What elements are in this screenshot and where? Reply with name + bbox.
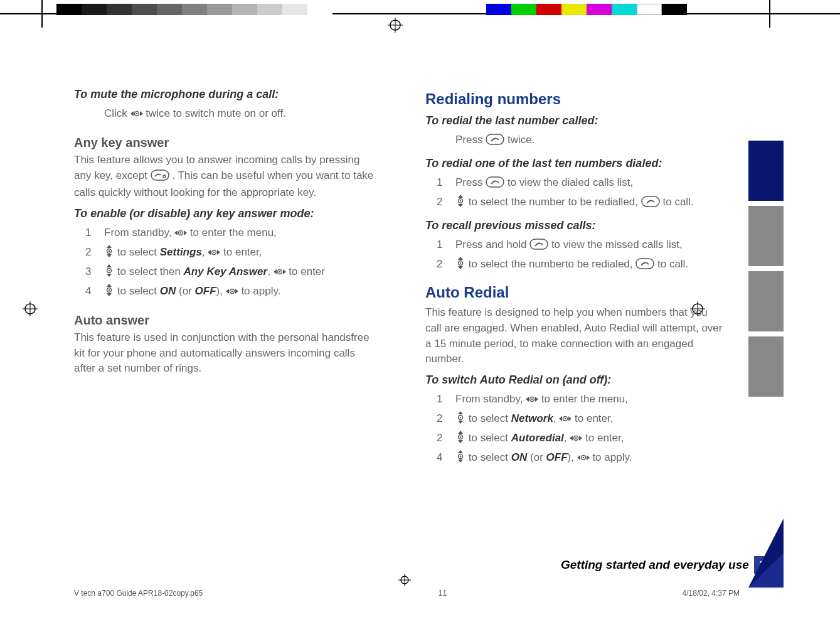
redial-section-heading: Redialing numbers [425, 90, 726, 108]
svg-marker-37 [283, 269, 286, 274]
list-item: 2 to select Network, to enter, [425, 410, 726, 429]
anykey-heading: Any key answer [74, 136, 375, 150]
svg-marker-75 [570, 436, 573, 441]
autoanswer-heading: Auto answer [74, 313, 375, 328]
svg-marker-71 [458, 431, 463, 434]
list-item: 4 to select ON (or OFF), to apply. [425, 449, 726, 468]
svg-point-77 [575, 438, 577, 439]
nav-ud-icon [104, 264, 114, 282]
registration-mark-icon [388, 18, 403, 35]
text: to view the dialed calls list, [508, 176, 633, 188]
text: to apply. [592, 451, 632, 463]
call-key-icon [529, 238, 548, 255]
svg-marker-41 [107, 293, 112, 296]
nav-ud-icon [104, 284, 114, 302]
svg-marker-30 [107, 264, 112, 267]
nav-lr-icon [208, 245, 220, 263]
missed-heading: To recall previous missed calls: [425, 219, 726, 232]
svg-rect-46 [486, 134, 504, 144]
svg-marker-57 [458, 266, 463, 269]
text: ON [160, 285, 176, 297]
nav-ud-icon [455, 257, 465, 275]
list-item: 1 Press and hold to view the missed call… [425, 236, 726, 255]
meta-page: 11 [439, 589, 447, 598]
text: to select the number to be redialled, [469, 196, 638, 208]
autoanswer-body: This feature is used in conjunction with… [74, 330, 375, 377]
crop-rule-vertical-right [769, 0, 770, 28]
autoredial-section-heading: Auto Redial [425, 284, 726, 301]
text: to enter, [575, 412, 613, 424]
last-heading: To redial the last number called: [425, 114, 726, 127]
nav-lr-icon [570, 431, 582, 449]
left-column: To mute the microphone during a call: Cl… [74, 82, 375, 468]
svg-marker-62 [535, 397, 538, 402]
text: to select [469, 432, 508, 444]
nav-ud-icon [455, 195, 465, 213]
nav-lr-icon [577, 451, 590, 468]
text: OFF [546, 451, 568, 463]
list-item: 2 to select the numberto be redialed, to… [425, 255, 726, 275]
text: Settings [160, 246, 202, 258]
svg-marker-51 [458, 204, 463, 207]
svg-point-69 [565, 418, 566, 419]
call-key-icon [641, 195, 660, 213]
nav-lr-icon [226, 284, 238, 302]
svg-rect-53 [530, 239, 548, 249]
list-item: 3 to select then Any Key Answer, to ente… [74, 263, 375, 282]
document-meta: V tech a700 Guide APR18-02copy.p65 11 4/… [74, 589, 740, 598]
svg-rect-16 [151, 170, 169, 180]
text: to enter [289, 266, 325, 277]
svg-rect-52 [642, 196, 659, 207]
svg-marker-38 [107, 284, 112, 287]
text: to enter the menu, [541, 393, 628, 405]
text: Press [455, 176, 482, 188]
text: to apply. [241, 285, 280, 297]
svg-marker-63 [458, 411, 463, 414]
list-item: 1 Press to view the dialed calls list, [425, 174, 726, 193]
svg-marker-54 [458, 257, 463, 260]
text: to call. [657, 258, 688, 270]
nav-lr-icon [274, 265, 286, 282]
svg-marker-34 [274, 269, 277, 274]
nav-lr-icon [174, 226, 187, 244]
registration-mark-icon [23, 301, 38, 319]
text: to select the numberto be redialed, [469, 258, 633, 270]
list-item: 1 From standby, to enter the menu, [425, 390, 726, 410]
text: to select [469, 412, 508, 424]
list-item: 2 to select Autoredial, to enter, [425, 429, 726, 449]
text: to view the missed calls list, [551, 239, 683, 250]
grey-calibration-bars [56, 4, 332, 15]
call-key-icon [635, 257, 654, 275]
svg-rect-58 [636, 259, 654, 269]
svg-point-24 [109, 250, 110, 252]
right-column: Redialing numbers To redial the last num… [425, 82, 726, 468]
svg-point-61 [531, 399, 533, 400]
svg-point-65 [460, 417, 461, 418]
side-color-strip [748, 141, 784, 402]
svg-marker-70 [568, 416, 572, 421]
footer-section: Getting started and everyday use [561, 558, 749, 572]
svg-marker-83 [577, 455, 580, 460]
text: to enter, [585, 432, 624, 444]
text: OFF [195, 285, 216, 297]
autoredial-body: This feature is designed to help you whe… [425, 305, 726, 367]
nav-ud-icon [455, 431, 465, 449]
list-item: 2 to select Settings, to enter, [74, 244, 375, 263]
color-calibration-bars [486, 4, 687, 15]
svg-marker-82 [458, 459, 463, 463]
nav-ud-icon [455, 411, 465, 429]
registration-mark-icon [398, 574, 411, 589]
call-key-icon [486, 133, 504, 151]
call-key-icon [486, 176, 504, 193]
svg-marker-21 [184, 230, 187, 235]
text: Press [455, 134, 482, 146]
text: Network [511, 412, 553, 424]
list-item: 1 From standby, to enter the menu, [74, 224, 375, 244]
last-step: Press twice. [425, 131, 726, 151]
end-key-icon [151, 169, 169, 186]
text: From standby, [104, 227, 171, 239]
ten-heading: To redial one of the last ten numbers di… [425, 157, 726, 170]
autoredial-switch-heading: To switch Auto Redial on (and off): [425, 373, 726, 387]
svg-marker-29 [217, 250, 220, 255]
text: (or [179, 285, 192, 297]
